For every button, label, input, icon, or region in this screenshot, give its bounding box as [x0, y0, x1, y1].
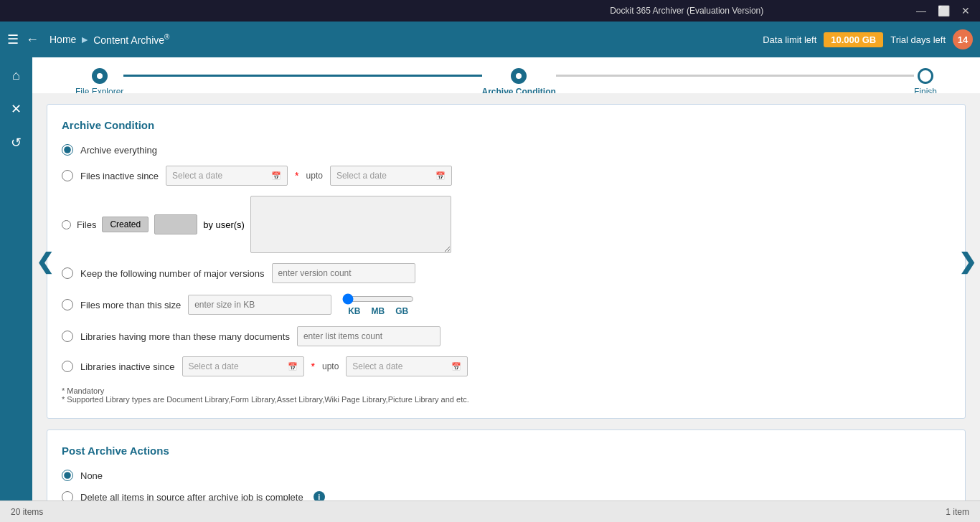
- wizard-line-1: [123, 75, 481, 77]
- breadcrumb-arrow: ►: [80, 34, 90, 45]
- nav-bar: ☰ ← Home ► Content Archive® Data limit l…: [0, 22, 980, 57]
- tools-sidebar-icon[interactable]: ✕: [7, 98, 25, 108]
- wizard-step-archive-condition: Archive Condition: [482, 68, 556, 97]
- home-link[interactable]: Home: [50, 34, 76, 45]
- title-bar-title: Dockit 365 Archiver (Evaluation Version): [461, 6, 914, 16]
- minimize-button[interactable]: —: [913, 5, 929, 16]
- current-page-label: Content Archive®: [93, 33, 169, 46]
- wizard-step-circle-2: [511, 68, 527, 84]
- wizard-step-circle-3: [918, 68, 933, 84]
- data-limit-value: 10.000 GB: [824, 32, 883, 47]
- hamburger-icon[interactable]: ☰: [7, 32, 19, 47]
- wizard-step-file-explorer: File Explorer: [75, 68, 123, 97]
- trial-label: Trial days left: [890, 34, 946, 45]
- back-button[interactable]: ←: [26, 32, 39, 47]
- breadcrumb: Home ► Content Archive®: [50, 33, 169, 46]
- nav-right: Data limit left 10.000 GB Trial days lef…: [763, 29, 973, 49]
- sidebar: ⌂ ✕ ↺: [0, 57, 32, 108]
- trial-value: 14: [953, 29, 973, 49]
- home-sidebar-icon[interactable]: ⌂: [9, 65, 24, 87]
- restore-button[interactable]: ⬜: [935, 5, 953, 16]
- main-content: Archive Condition Archive everything Fil…: [32, 93, 980, 108]
- wizard-step-circle-1: [92, 68, 108, 84]
- title-bar: Dockit 365 Archiver (Evaluation Version)…: [0, 0, 980, 22]
- wizard-line-2: [556, 75, 914, 77]
- data-limit-label: Data limit left: [763, 34, 816, 45]
- wizard-step-finish: Finish: [914, 68, 937, 97]
- archive-condition-panel: Archive Condition Archive everything Fil…: [47, 104, 966, 108]
- title-bar-controls: — ⬜ ✕: [913, 5, 973, 16]
- close-button[interactable]: ✕: [958, 5, 973, 16]
